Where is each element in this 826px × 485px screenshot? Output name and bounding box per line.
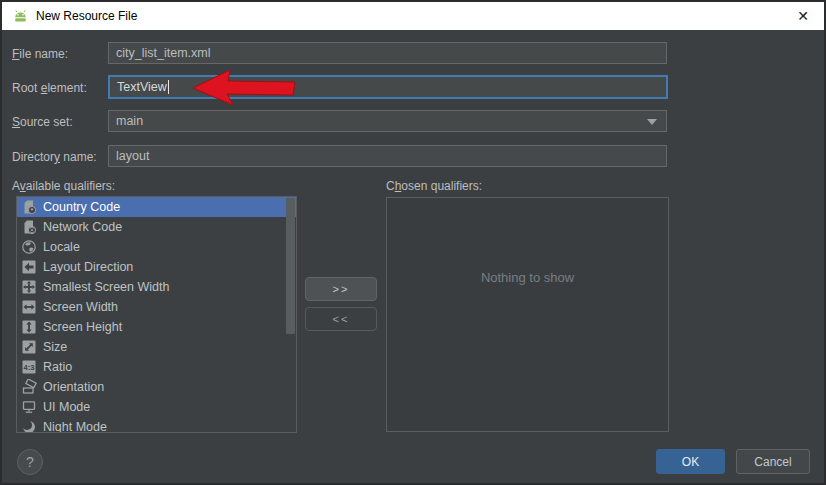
cancel-button[interactable]: Cancel xyxy=(736,449,810,474)
source-set-combobox[interactable]: main xyxy=(108,110,667,132)
qualifier-item-smallest-screen-width[interactable]: Smallest Screen Width xyxy=(17,277,296,297)
qualifier-item-locale[interactable]: Locale xyxy=(17,237,296,257)
directory-name-label: Directory name: xyxy=(12,150,97,164)
ratio-icon xyxy=(21,359,37,375)
qualifier-item-ui-mode[interactable]: UI Mode xyxy=(17,397,296,417)
dropdown-arrow-icon xyxy=(647,119,657,125)
qualifier-item-screen-height[interactable]: Screen Height xyxy=(17,317,296,337)
close-button[interactable]: ✕ xyxy=(788,2,818,30)
night-mode-icon xyxy=(21,419,37,433)
file-name-input[interactable]: city_list_item.xml xyxy=(108,42,667,64)
root-element-input[interactable]: TextView xyxy=(108,75,668,99)
help-button[interactable]: ? xyxy=(17,449,43,475)
smallest-screen-width-icon xyxy=(21,279,37,295)
ui-mode-icon xyxy=(21,399,37,415)
qualifier-item-network-code[interactable]: Network Code xyxy=(17,217,296,237)
qualifier-item-ratio[interactable]: Ratio xyxy=(17,357,296,377)
network-code-icon xyxy=(21,219,37,235)
qualifier-item-country-code[interactable]: Country Code xyxy=(17,197,296,217)
screen-width-icon xyxy=(21,299,37,315)
remove-qualifier-button[interactable]: << xyxy=(305,307,377,331)
new-resource-file-dialog: New Resource File ✕ File name: city_list… xyxy=(0,0,826,485)
available-qualifiers-label: Available qualifiers: xyxy=(12,179,115,193)
list-scrollbar[interactable] xyxy=(286,198,295,334)
locale-icon xyxy=(21,239,37,255)
chosen-qualifiers-panel: Nothing to show xyxy=(386,197,669,432)
android-icon xyxy=(12,9,29,24)
text-caret xyxy=(168,80,169,94)
qualifier-item-layout-direction[interactable]: Layout Direction xyxy=(17,257,296,277)
orientation-icon xyxy=(21,379,37,395)
close-icon: ✕ xyxy=(797,8,809,24)
window-title: New Resource File xyxy=(36,9,137,23)
qualifier-item-night-mode[interactable]: Night Mode xyxy=(17,417,296,433)
screen-height-icon xyxy=(21,319,37,335)
titlebar: New Resource File ✕ xyxy=(2,2,824,30)
qualifier-item-screen-width[interactable]: Screen Width xyxy=(17,297,296,317)
directory-name-input[interactable]: layout xyxy=(108,145,667,167)
chosen-qualifiers-label: Chosen qualifiers: xyxy=(386,179,482,193)
qualifier-item-size[interactable]: Size xyxy=(17,337,296,357)
add-qualifier-button[interactable]: >> xyxy=(305,277,377,301)
source-set-label: Source set: xyxy=(12,115,73,129)
size-icon xyxy=(21,339,37,355)
country-code-icon xyxy=(21,199,37,215)
empty-state-text: Nothing to show xyxy=(481,270,574,431)
available-qualifiers-list: Country Code Network Code Locale Layout … xyxy=(16,196,297,433)
root-element-label: Root element: xyxy=(12,81,87,95)
file-name-label: File name: xyxy=(12,47,68,61)
qualifier-item-orientation[interactable]: Orientation xyxy=(17,377,296,397)
ok-button[interactable]: OK xyxy=(656,449,725,474)
layout-direction-icon xyxy=(21,259,37,275)
